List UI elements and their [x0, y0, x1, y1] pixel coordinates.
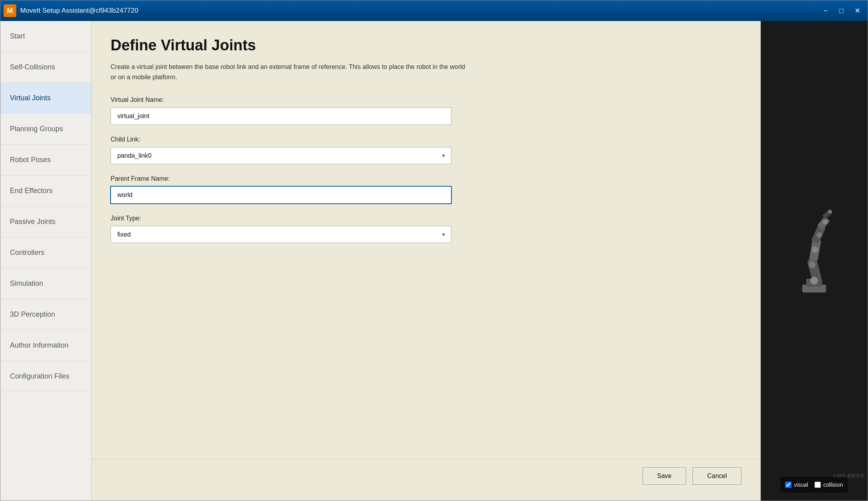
child-link-group: Child Link: panda_link0 panda_link1 pand…: [111, 136, 742, 164]
window-title: MoveIt Setup Assistant@cf943b247720: [20, 7, 818, 15]
main-content: Start Self-Collisions Virtual Joints Pla…: [0, 21, 868, 501]
window-controls: − □ ✕: [818, 4, 864, 17]
button-row: Save Cancel: [92, 459, 761, 501]
robot-controls: visual collision: [780, 477, 848, 493]
collision-label: collision: [823, 482, 843, 488]
svg-point-9: [812, 247, 818, 253]
parent-frame-group: Parent Frame Name:: [111, 175, 742, 204]
robot-display: [761, 21, 868, 477]
cancel-button[interactable]: Cancel: [692, 467, 742, 485]
sidebar: Start Self-Collisions Virtual Joints Pla…: [0, 21, 92, 501]
sidebar-item-virtual-joints[interactable]: Virtual Joints: [0, 83, 91, 114]
app-icon: M: [4, 4, 16, 17]
main-window: M MoveIt Setup Assistant@cf943b247720 − …: [0, 0, 868, 501]
visual-checkbox-group: visual: [785, 482, 808, 488]
page-description: Create a virtual joint between the base …: [111, 62, 467, 82]
sidebar-item-author-information[interactable]: Author Information: [0, 330, 91, 361]
joint-type-label: Joint Type:: [111, 215, 742, 222]
sidebar-item-controllers[interactable]: Controllers: [0, 237, 91, 268]
titlebar: M MoveIt Setup Assistant@cf943b247720 − …: [0, 0, 868, 21]
svg-point-8: [809, 261, 816, 268]
watermark: CSDN @前沿大: [834, 473, 864, 479]
robot-panel: visual collision CSDN @前沿大: [761, 21, 868, 501]
sidebar-item-passive-joints[interactable]: Passive Joints: [0, 207, 91, 237]
joint-type-select[interactable]: fixed floating planar: [111, 226, 451, 243]
svg-point-11: [823, 220, 828, 224]
save-button[interactable]: Save: [642, 467, 686, 485]
parent-frame-input[interactable]: [111, 186, 451, 204]
sidebar-item-start[interactable]: Start: [0, 21, 91, 52]
sidebar-item-3d-perception[interactable]: 3D Perception: [0, 299, 91, 330]
parent-frame-label: Parent Frame Name:: [111, 175, 742, 182]
virtual-joint-name-group: Virtual Joint Name:: [111, 96, 742, 125]
maximize-button[interactable]: □: [834, 4, 849, 17]
sidebar-item-self-collisions[interactable]: Self-Collisions: [0, 52, 91, 83]
sidebar-item-planning-groups[interactable]: Planning Groups: [0, 114, 91, 145]
virtual-joint-name-input[interactable]: [111, 107, 451, 125]
svg-point-7: [810, 277, 818, 285]
form-panel: Define Virtual Joints Create a virtual j…: [92, 21, 761, 459]
child-link-label: Child Link:: [111, 136, 742, 143]
collision-checkbox[interactable]: [814, 482, 821, 488]
visual-checkbox[interactable]: [785, 482, 792, 488]
sidebar-item-simulation[interactable]: Simulation: [0, 268, 91, 299]
svg-point-10: [816, 232, 822, 238]
sidebar-item-end-effectors[interactable]: End Effectors: [0, 176, 91, 207]
collision-checkbox-group: collision: [814, 482, 843, 488]
child-link-select-wrapper: panda_link0 panda_link1 panda_link2: [111, 147, 451, 164]
page-title: Define Virtual Joints: [111, 37, 742, 54]
visual-label: visual: [794, 482, 808, 488]
minimize-button[interactable]: −: [818, 4, 833, 17]
virtual-joint-name-label: Virtual Joint Name:: [111, 96, 742, 103]
joint-type-select-wrapper: fixed floating planar: [111, 226, 451, 243]
child-link-select[interactable]: panda_link0 panda_link1 panda_link2: [111, 147, 451, 164]
sidebar-item-configuration-files[interactable]: Configuration Files: [0, 361, 91, 392]
sidebar-item-robot-poses[interactable]: Robot Poses: [0, 145, 91, 176]
close-button[interactable]: ✕: [850, 4, 864, 17]
joint-type-group: Joint Type: fixed floating planar: [111, 215, 742, 243]
robot-visualization: [778, 197, 850, 300]
svg-point-12: [828, 210, 832, 214]
